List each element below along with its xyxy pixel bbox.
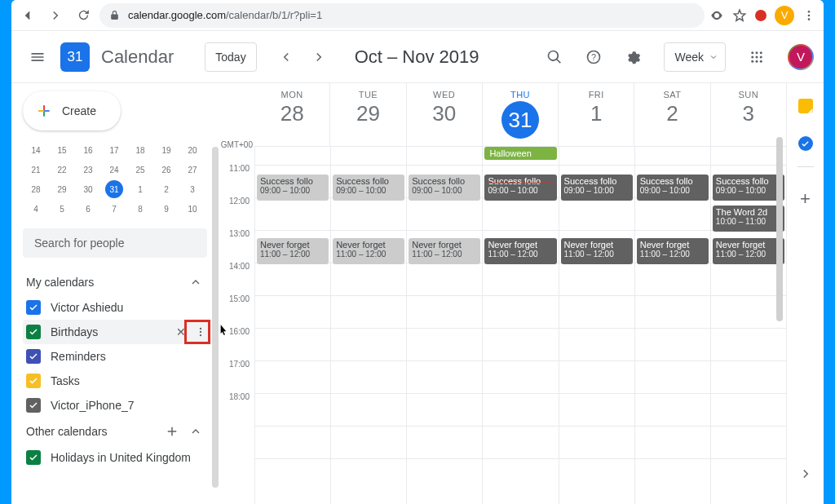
day-header[interactable]: THU31 — [482, 83, 558, 146]
view-selector[interactable]: Week — [664, 42, 726, 72]
eye-icon[interactable] — [709, 8, 724, 23]
mini-day-cell[interactable]: 17 — [101, 140, 127, 160]
search-button[interactable] — [538, 41, 571, 73]
allday-cell[interactable]: Halloween — [482, 147, 558, 165]
next-period-button[interactable] — [306, 44, 332, 70]
mini-day-cell[interactable]: 29 — [49, 179, 75, 199]
mini-day-cell[interactable]: 10 — [179, 199, 205, 219]
mini-day-cell[interactable]: 23 — [75, 160, 101, 179]
mini-day-cell[interactable]: 15 — [49, 140, 75, 160]
mini-day-cell[interactable]: 7 — [101, 199, 127, 219]
day-column[interactable]: Success follo09:00 – 10:00Never forget11… — [482, 165, 558, 504]
day-header[interactable]: FRI1 — [558, 83, 634, 146]
allday-cell[interactable] — [559, 147, 634, 165]
settings-button[interactable] — [616, 41, 649, 73]
day-column[interactable]: Success follo09:00 – 10:00Never forget11… — [406, 165, 482, 504]
mini-day-cell[interactable]: 3 — [179, 179, 205, 199]
allday-event[interactable]: Halloween — [484, 147, 556, 160]
calendar-event[interactable]: Never forget11:00 – 12:00 — [484, 238, 556, 264]
back-button[interactable] — [16, 4, 39, 27]
allday-cell[interactable] — [710, 147, 786, 165]
mini-day-cell[interactable]: 2 — [153, 179, 179, 199]
allday-cell[interactable] — [634, 147, 710, 165]
calendar-event[interactable]: Success follo09:00 – 10:00 — [257, 175, 329, 201]
account-avatar[interactable]: V — [788, 44, 814, 70]
add-calendar-icon[interactable] — [165, 424, 179, 439]
grid-body[interactable]: Success follo09:00 – 10:00Never forget11… — [254, 165, 786, 504]
calendar-item[interactable]: Birthdays✕ — [23, 320, 214, 344]
mini-day-cell[interactable]: 5 — [49, 199, 75, 219]
day-column[interactable]: Success follo09:00 – 10:00The Word 2d10:… — [710, 165, 786, 504]
calendar-item[interactable]: Victor Ashiedu — [23, 295, 214, 320]
calendar-event[interactable]: Success follo09:00 – 10:00 — [484, 175, 556, 201]
my-calendars-header[interactable]: My calendars — [23, 269, 214, 295]
calendar-checkbox[interactable] — [26, 450, 41, 465]
prev-period-button[interactable] — [273, 44, 299, 70]
create-button[interactable]: Create — [23, 91, 121, 130]
calendar-event[interactable]: Success follo09:00 – 10:00 — [409, 175, 480, 201]
mini-day-cell[interactable]: 21 — [23, 160, 49, 179]
allday-cell[interactable] — [254, 147, 330, 165]
other-calendars-header[interactable]: Other calendars — [23, 418, 214, 445]
star-icon[interactable] — [732, 8, 747, 23]
mini-day-cell[interactable]: 25 — [127, 160, 153, 179]
mini-calendar[interactable]: 1415161718192021222324252627282930311234… — [23, 140, 205, 219]
mini-day-cell[interactable]: 22 — [49, 160, 75, 179]
calendar-event[interactable]: The Word 2d10:00 – 11:00 — [713, 206, 784, 232]
calendar-checkbox[interactable] — [26, 325, 41, 339]
search-people-input[interactable]: Search for people — [23, 228, 207, 258]
calendar-event[interactable]: Never forget11:00 – 12:00 — [257, 238, 329, 264]
tasks-button[interactable] — [797, 135, 814, 152]
mini-day-cell[interactable]: 20 — [179, 140, 205, 160]
calendar-event[interactable]: Never forget11:00 – 12:00 — [561, 238, 633, 264]
calendar-item[interactable]: Reminders — [23, 344, 214, 369]
mini-day-cell[interactable]: 6 — [75, 199, 101, 219]
calendar-event[interactable]: Never forget11:00 – 12:00 — [637, 238, 709, 264]
day-column[interactable]: Success follo09:00 – 10:00Never forget11… — [254, 165, 330, 504]
mini-day-cell[interactable]: 24 — [101, 160, 127, 179]
help-button[interactable]: ? — [577, 41, 610, 73]
calendar-event[interactable]: Never forget11:00 – 12:00 — [333, 238, 404, 264]
mini-day-cell[interactable]: 27 — [179, 160, 205, 179]
calendar-event[interactable]: Never forget11:00 – 12:00 — [409, 238, 480, 264]
calendar-checkbox[interactable] — [26, 398, 41, 413]
day-column[interactable]: Success follo09:00 – 10:00Never forget11… — [559, 165, 634, 504]
today-button[interactable]: Today — [205, 42, 256, 72]
add-addon-button[interactable]: + — [800, 188, 811, 210]
mini-day-cell[interactable]: 1 — [127, 179, 153, 199]
day-header[interactable]: TUE29 — [329, 83, 405, 146]
calendar-event[interactable]: Success follo09:00 – 10:00 — [713, 175, 784, 201]
calendar-item[interactable]: Holidays in United Kingdom — [23, 445, 214, 470]
day-header[interactable]: MON28 — [254, 83, 329, 146]
allday-cell[interactable] — [330, 147, 406, 165]
day-header[interactable]: SAT2 — [634, 83, 709, 146]
calendar-event[interactable]: Success follo09:00 – 10:00 — [561, 175, 633, 201]
calendar-item[interactable]: Tasks — [23, 369, 214, 393]
remove-calendar-button[interactable]: ✕ — [173, 325, 189, 338]
day-column[interactable]: Success follo09:00 – 10:00Never forget11… — [634, 165, 710, 504]
calendar-item[interactable]: Victor_iPhone_7 — [23, 393, 214, 418]
extension-icon[interactable] — [755, 10, 767, 21]
mini-day-cell[interactable]: 30 — [75, 179, 101, 199]
keep-button[interactable] — [797, 98, 814, 114]
mini-day-cell[interactable]: 4 — [23, 199, 49, 219]
mini-day-cell[interactable]: 26 — [153, 160, 179, 179]
calendar-options-button[interactable] — [191, 322, 210, 342]
main-menu-button[interactable] — [21, 41, 54, 73]
mini-day-cell[interactable]: 19 — [153, 140, 179, 160]
collapse-panel-button[interactable] — [798, 466, 813, 481]
profile-avatar[interactable]: V — [775, 6, 794, 25]
mini-day-cell[interactable]: 14 — [23, 140, 49, 160]
day-column[interactable]: Success follo09:00 – 10:00Never forget11… — [330, 165, 406, 504]
mini-day-cell[interactable]: 31 — [105, 180, 123, 198]
apps-button[interactable] — [740, 41, 773, 73]
mini-day-cell[interactable]: 16 — [75, 140, 101, 160]
address-bar[interactable]: calendar.google.com/calendar/b/1/r?pli=1 — [99, 3, 705, 28]
allday-cell[interactable] — [406, 147, 482, 165]
grid-scrollbar[interactable] — [776, 137, 783, 321]
mini-day-cell[interactable]: 18 — [127, 140, 153, 160]
calendar-event[interactable]: Never forget11:00 – 12:00 — [713, 238, 784, 264]
calendar-checkbox[interactable] — [26, 374, 41, 388]
reload-button[interactable] — [72, 4, 95, 27]
calendar-checkbox[interactable] — [26, 300, 41, 315]
